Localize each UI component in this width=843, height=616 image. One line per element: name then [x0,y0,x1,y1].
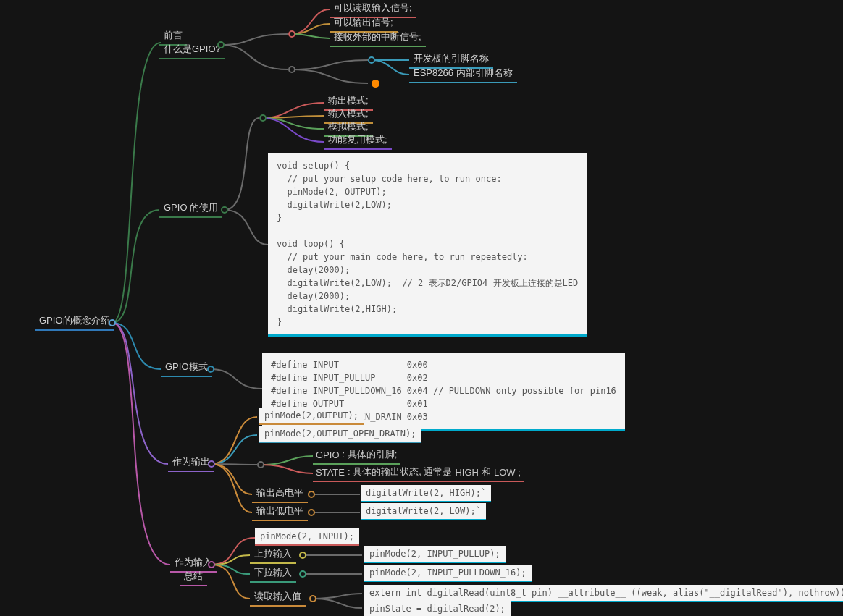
pullup-label[interactable]: 上拉输入 [250,546,296,564]
gpio-mode-label[interactable]: GPIO模式 [161,359,212,377]
gpio-use-codebox: void setup() { // put your setup code he… [268,153,587,337]
output-sub-dot [257,461,264,468]
read-code-1: extern int digitalRead(uint8_t pin) __at… [364,585,843,602]
function-mode[interactable]: 功能复用模式; [324,132,392,150]
gpio-mode-dot [207,366,214,373]
input-pinmode: pinMode(2, INPUT); [255,528,359,546]
output-pinmode-a: pinMode(2,OUTPUT); [259,408,364,425]
gpio-sub-dot-2 [288,66,295,73]
as-input-dot [208,561,215,568]
what-is-gpio-label[interactable]: 什么是GPIO? [159,41,225,59]
output-low-dot [308,509,315,516]
output-high-dot [308,491,315,498]
read-code-2: pinState = digitalRead(2); [364,601,511,616]
summary-label[interactable]: 总结 [180,568,207,586]
output-pinmode-b: pinMode(2,OUTPUT_OPEN_DRAIN); [259,426,422,443]
gpio-pin-desc: GPIO : 具体的引脚; [313,447,400,465]
state-desc: STATE : 具体的输出状态, 通常是 HIGH 和 LOW ; [313,464,524,482]
output-low-label[interactable]: 输出低电平 [252,503,308,521]
pullup-code: pinMode(2, INPUT_PULLUP); [364,546,506,563]
output-low-code: digitalWrite(2, LOW);` [361,503,486,520]
output-high-code: digitalWrite(2, HIGH);` [361,485,491,502]
pullup-dot [299,552,306,559]
gpio-sub-dot-1 [288,30,295,38]
gpio-use-dot [221,206,228,214]
gpio-sub-dot-3 [368,56,375,64]
pulldown-label[interactable]: 下拉输入 [250,565,296,583]
gpio-use-label[interactable]: GPIO 的使用 [159,200,222,218]
esp8266-pin-name[interactable]: ESP8266 内部引脚名称 [409,65,517,83]
root-node[interactable]: GPIO的概念介绍 [35,313,114,331]
pulldown-code: pinMode(2, INPUT_PULLDOWN_16); [364,565,532,582]
gpio-use-sub-dot [259,114,267,122]
output-high-label[interactable]: 输出高电平 [252,485,308,503]
gpio-solid-dot [372,80,379,88]
read-input-label[interactable]: 读取输入值 [250,588,306,607]
read-input-dot [309,595,316,602]
gpio-branch-dot [217,41,225,48]
as-output-dot [208,460,215,468]
root-dot [109,319,116,326]
interrupt-signal[interactable]: 接收外部的中断信号; [330,29,426,47]
pulldown-dot [299,570,306,578]
